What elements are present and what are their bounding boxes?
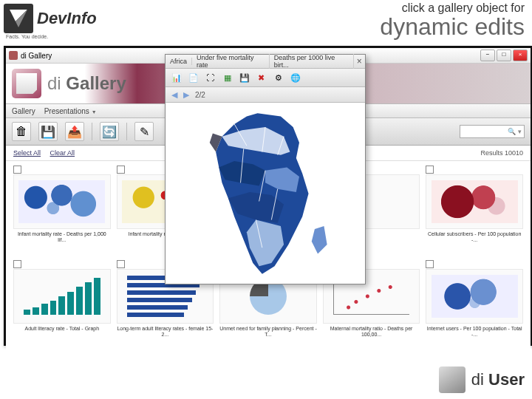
thumbnail-caption: Adult literacy rate - Total - Graph: [13, 326, 111, 338]
crumb-unit[interactable]: Deaths per 1000 live birt...: [270, 54, 354, 69]
brand-logo: DevInfo: [4, 4, 97, 33]
thumbnail-caption: Long-term adult literacy rates - female …: [117, 326, 214, 338]
thumbnail-caption: Internet users - Per 100 population - To…: [426, 326, 523, 338]
document-icon[interactable]: 📄: [187, 72, 200, 84]
crumb-region[interactable]: Africa: [166, 58, 192, 65]
detail-popup[interactable]: Africa Under five mortality rate Deaths …: [165, 54, 366, 284]
logo-text: DevInfo: [37, 9, 97, 28]
popup-close-icon[interactable]: ×: [354, 56, 365, 66]
thumbnail-caption: Unmet need for family planning - Percent…: [219, 326, 317, 338]
maximize-button[interactable]: □: [497, 50, 511, 61]
banner-title: di Gallery: [47, 73, 126, 94]
delete-icon[interactable]: 🗑: [12, 122, 31, 141]
logo-tagline: Facts. You decide.: [6, 34, 48, 39]
thumbnail-caption: Maternal mortality ratio - Deaths per 10…: [323, 326, 420, 338]
gallery-item[interactable]: Cellular subscribers - Per 100 populatio…: [426, 166, 523, 254]
footer-label: di User: [471, 370, 525, 389]
edit-icon[interactable]: ✎: [134, 122, 154, 141]
chart-icon[interactable]: 📊: [170, 72, 183, 84]
delete-icon[interactable]: ✖: [255, 72, 267, 84]
save-icon[interactable]: 💾: [38, 122, 58, 141]
popup-pager: ◀ ▶ 2/2: [166, 87, 365, 103]
popup-toolbar: 📊 📄 ⛶ ▦ 💾 ✖ ⚙ 🌐: [166, 69, 365, 87]
crumb-indicator[interactable]: Under five mortality rate: [192, 54, 270, 69]
slide-header: DevInfo Facts. You decide. click a galle…: [0, 0, 532, 44]
refresh-icon[interactable]: 🔄: [100, 122, 119, 141]
gallery-banner-icon: [12, 69, 41, 98]
clear-all-link[interactable]: Clear All: [50, 149, 75, 157]
user-badge-icon: [439, 366, 466, 393]
popup-breadcrumb: Africa Under five mortality rate Deaths …: [166, 55, 365, 69]
excel-icon[interactable]: ▦: [221, 72, 233, 84]
gallery-item[interactable]: Internet users - Per 100 population - To…: [426, 260, 523, 349]
thumbnail-caption: Cellular subscribers - Per 100 populatio…: [426, 231, 523, 243]
thumbnail-map-asia[interactable]: [426, 174, 523, 229]
thumbnail-map-asia[interactable]: [426, 269, 523, 324]
checkbox[interactable]: [13, 166, 21, 174]
globe-icon[interactable]: 🌐: [289, 72, 301, 84]
results-count: Results 10010: [480, 149, 523, 157]
tab-presentations[interactable]: Presentations ▼: [44, 107, 97, 115]
gallery-item[interactable]: Infant mortality rate - Deaths per 1,000…: [13, 166, 111, 254]
slide-main-title: dynamic edits: [380, 15, 525, 38]
gallery-item[interactable]: Adult literacy rate - Total - Graph: [13, 260, 111, 349]
app-icon: [9, 51, 18, 60]
search-input[interactable]: 🔍 ▾: [460, 125, 525, 138]
expand-icon[interactable]: ⛶: [204, 72, 216, 84]
slide-footer: di User: [439, 366, 525, 393]
thumbnail-bar-chart[interactable]: [13, 269, 111, 324]
prev-arrow-icon[interactable]: ◀: [171, 90, 177, 100]
checkbox[interactable]: [426, 260, 434, 268]
next-arrow-icon[interactable]: ▶: [183, 90, 189, 100]
save-icon[interactable]: 💾: [238, 72, 250, 84]
slide-title: click a gallery object for dynamic edits: [380, 1, 525, 38]
popup-map-africa[interactable]: [166, 103, 365, 284]
window-title: di Gallery: [21, 52, 52, 60]
export-icon[interactable]: 📤: [65, 122, 84, 141]
page-indicator: 2/2: [195, 91, 205, 99]
checkbox[interactable]: [13, 260, 21, 268]
tab-gallery[interactable]: Gallery: [12, 107, 35, 115]
settings-icon[interactable]: ⚙: [272, 72, 284, 84]
checkbox[interactable]: [117, 260, 125, 268]
logo-icon: [4, 4, 33, 33]
checkbox[interactable]: [426, 166, 434, 174]
thumbnail-map-world[interactable]: [13, 174, 111, 229]
close-button[interactable]: ×: [513, 50, 528, 61]
checkbox[interactable]: [117, 166, 125, 174]
select-all-link[interactable]: Select All: [13, 149, 41, 157]
thumbnail-caption: Infant mortality rate - Deaths per 1,000…: [13, 231, 111, 243]
minimize-button[interactable]: −: [480, 50, 495, 61]
